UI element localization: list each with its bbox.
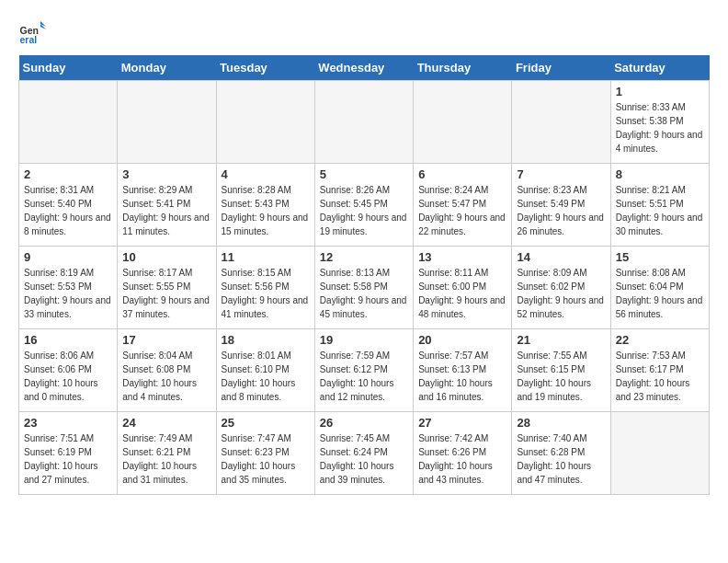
day-number: 21: [517, 333, 605, 347]
day-info: Sunrise: 7:40 AM Sunset: 6:28 PM Dayligh…: [517, 431, 605, 487]
day-number: 20: [418, 333, 506, 347]
calendar-cell: 6Sunrise: 8:24 AM Sunset: 5:47 PM Daylig…: [414, 164, 512, 247]
day-number: 28: [517, 416, 605, 430]
calendar-cell: 23Sunrise: 7:51 AM Sunset: 6:19 PM Dayli…: [19, 412, 118, 495]
day-info: Sunrise: 7:51 AM Sunset: 6:19 PM Dayligh…: [24, 431, 112, 487]
calendar-cell: 9Sunrise: 8:19 AM Sunset: 5:53 PM Daylig…: [19, 247, 118, 329]
day-number: 10: [122, 250, 210, 264]
day-number: 12: [320, 250, 408, 264]
calendar-table: SundayMondayTuesdayWednesdayThursdayFrid…: [18, 55, 710, 495]
day-info: Sunrise: 8:31 AM Sunset: 5:40 PM Dayligh…: [24, 183, 112, 238]
calendar-cell: 10Sunrise: 8:17 AM Sunset: 5:55 PM Dayli…: [118, 247, 216, 329]
calendar-cell: 17Sunrise: 8:04 AM Sunset: 6:08 PM Dayli…: [118, 329, 216, 412]
day-number: 19: [320, 333, 408, 347]
calendar-cell: 13Sunrise: 8:11 AM Sunset: 6:00 PM Dayli…: [414, 247, 512, 329]
day-info: Sunrise: 8:17 AM Sunset: 5:55 PM Dayligh…: [122, 266, 210, 321]
calendar-cell: [216, 81, 314, 164]
day-info: Sunrise: 8:29 AM Sunset: 5:41 PM Dayligh…: [122, 183, 210, 238]
day-info: Sunrise: 8:19 AM Sunset: 5:53 PM Dayligh…: [24, 266, 112, 321]
calendar-cell: 24Sunrise: 7:49 AM Sunset: 6:21 PM Dayli…: [118, 412, 216, 495]
calendar-cell: 25Sunrise: 7:47 AM Sunset: 6:23 PM Dayli…: [216, 412, 314, 495]
day-info: Sunrise: 8:08 AM Sunset: 6:04 PM Dayligh…: [616, 266, 704, 321]
calendar-cell: 3Sunrise: 8:29 AM Sunset: 5:41 PM Daylig…: [118, 164, 216, 247]
calendar-cell: 12Sunrise: 8:13 AM Sunset: 5:58 PM Dayli…: [314, 247, 413, 329]
calendar-cell: 15Sunrise: 8:08 AM Sunset: 6:04 PM Dayli…: [610, 247, 709, 329]
day-number: 4: [222, 167, 310, 181]
day-number: 9: [24, 250, 112, 264]
calendar-cell: [118, 81, 216, 164]
calendar-cell: 20Sunrise: 7:57 AM Sunset: 6:13 PM Dayli…: [414, 329, 512, 412]
day-number: 13: [418, 250, 506, 264]
logo-icon: Gen eral: [18, 18, 46, 46]
weekday-header: Monday: [118, 55, 216, 81]
day-number: 26: [320, 416, 408, 430]
day-number: 23: [24, 416, 112, 430]
weekday-header: Tuesday: [216, 55, 314, 81]
calendar-cell: 22Sunrise: 7:53 AM Sunset: 6:17 PM Dayli…: [610, 329, 709, 412]
day-info: Sunrise: 7:59 AM Sunset: 6:12 PM Dayligh…: [320, 349, 408, 404]
calendar-cell: [19, 81, 118, 164]
calendar-cell: [512, 81, 610, 164]
logo: Gen eral: [18, 18, 50, 46]
day-info: Sunrise: 8:15 AM Sunset: 5:56 PM Dayligh…: [222, 266, 310, 321]
calendar-week: 1Sunrise: 8:33 AM Sunset: 5:38 PM Daylig…: [19, 81, 710, 164]
calendar-cell: 7Sunrise: 8:23 AM Sunset: 5:49 PM Daylig…: [512, 164, 610, 247]
calendar-cell: 16Sunrise: 8:06 AM Sunset: 6:06 PM Dayli…: [19, 329, 118, 412]
weekday-header: Friday: [512, 55, 610, 81]
day-number: 24: [122, 416, 210, 430]
header-row: SundayMondayTuesdayWednesdayThursdayFrid…: [19, 55, 710, 81]
day-info: Sunrise: 8:33 AM Sunset: 5:38 PM Dayligh…: [616, 100, 704, 155]
day-info: Sunrise: 8:26 AM Sunset: 5:45 PM Dayligh…: [320, 183, 408, 238]
calendar-week: 23Sunrise: 7:51 AM Sunset: 6:19 PM Dayli…: [19, 412, 710, 495]
calendar-cell: 14Sunrise: 8:09 AM Sunset: 6:02 PM Dayli…: [512, 247, 610, 329]
day-number: 25: [222, 416, 310, 430]
day-info: Sunrise: 8:01 AM Sunset: 6:10 PM Dayligh…: [222, 349, 310, 404]
calendar-cell: 28Sunrise: 7:40 AM Sunset: 6:28 PM Dayli…: [512, 412, 610, 495]
calendar-cell: [414, 81, 512, 164]
day-number: 7: [517, 167, 605, 181]
day-info: Sunrise: 7:53 AM Sunset: 6:17 PM Dayligh…: [616, 349, 704, 404]
calendar-cell: 27Sunrise: 7:42 AM Sunset: 6:26 PM Dayli…: [414, 412, 512, 495]
calendar-week: 9Sunrise: 8:19 AM Sunset: 5:53 PM Daylig…: [19, 247, 710, 329]
calendar-cell: 21Sunrise: 7:55 AM Sunset: 6:15 PM Dayli…: [512, 329, 610, 412]
day-info: Sunrise: 7:45 AM Sunset: 6:24 PM Dayligh…: [320, 431, 408, 487]
calendar-week: 2Sunrise: 8:31 AM Sunset: 5:40 PM Daylig…: [19, 164, 710, 247]
day-info: Sunrise: 8:24 AM Sunset: 5:47 PM Dayligh…: [418, 183, 506, 238]
day-info: Sunrise: 7:57 AM Sunset: 6:13 PM Dayligh…: [418, 349, 506, 404]
day-number: 11: [222, 250, 310, 264]
calendar-cell: 1Sunrise: 8:33 AM Sunset: 5:38 PM Daylig…: [610, 81, 709, 164]
day-info: Sunrise: 7:55 AM Sunset: 6:15 PM Dayligh…: [517, 349, 605, 404]
day-number: 18: [222, 333, 310, 347]
calendar-cell: 5Sunrise: 8:26 AM Sunset: 5:45 PM Daylig…: [314, 164, 413, 247]
day-info: Sunrise: 8:09 AM Sunset: 6:02 PM Dayligh…: [517, 266, 605, 321]
weekday-header: Saturday: [610, 55, 709, 81]
day-number: 8: [616, 167, 704, 181]
day-number: 3: [122, 167, 210, 181]
calendar-cell: 4Sunrise: 8:28 AM Sunset: 5:43 PM Daylig…: [216, 164, 314, 247]
day-number: 6: [418, 167, 506, 181]
calendar-week: 16Sunrise: 8:06 AM Sunset: 6:06 PM Dayli…: [19, 329, 710, 412]
day-number: 22: [616, 333, 704, 347]
calendar-cell: 8Sunrise: 8:21 AM Sunset: 5:51 PM Daylig…: [610, 164, 709, 247]
day-number: 1: [616, 85, 704, 98]
day-info: Sunrise: 7:47 AM Sunset: 6:23 PM Dayligh…: [222, 431, 310, 487]
day-number: 14: [517, 250, 605, 264]
day-info: Sunrise: 7:42 AM Sunset: 6:26 PM Dayligh…: [418, 431, 506, 487]
day-info: Sunrise: 7:49 AM Sunset: 6:21 PM Dayligh…: [122, 431, 210, 487]
weekday-header: Wednesday: [314, 55, 413, 81]
day-info: Sunrise: 8:11 AM Sunset: 6:00 PM Dayligh…: [418, 266, 506, 321]
calendar-cell: 19Sunrise: 7:59 AM Sunset: 6:12 PM Dayli…: [314, 329, 413, 412]
day-info: Sunrise: 8:28 AM Sunset: 5:43 PM Dayligh…: [222, 183, 310, 238]
calendar-cell: 26Sunrise: 7:45 AM Sunset: 6:24 PM Dayli…: [314, 412, 413, 495]
day-info: Sunrise: 8:13 AM Sunset: 5:58 PM Dayligh…: [320, 266, 408, 321]
day-number: 2: [24, 167, 112, 181]
day-number: 16: [24, 333, 112, 347]
svg-text:eral: eral: [20, 34, 38, 45]
day-number: 27: [418, 416, 506, 430]
weekday-header: Thursday: [414, 55, 512, 81]
calendar-cell: 18Sunrise: 8:01 AM Sunset: 6:10 PM Dayli…: [216, 329, 314, 412]
page-header: Gen eral: [18, 18, 710, 46]
calendar-cell: [610, 412, 709, 495]
day-number: 5: [320, 167, 408, 181]
day-info: Sunrise: 8:04 AM Sunset: 6:08 PM Dayligh…: [122, 349, 210, 404]
